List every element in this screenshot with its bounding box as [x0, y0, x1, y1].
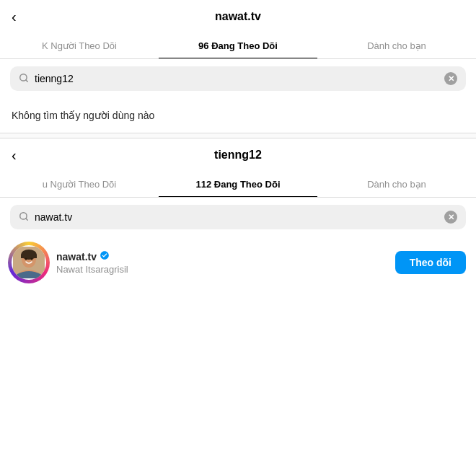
full-name-text: Nawat Itsaragrisil — [56, 264, 387, 275]
tab-following-nawat[interactable]: 96 Đang Theo Dõi — [159, 33, 317, 58]
svg-line-3 — [26, 218, 28, 220]
user-info-nawat: nawat.tv Nawat Itsaragrisil — [56, 250, 387, 275]
avatar-inner — [12, 245, 46, 280]
back-button-tienng12[interactable]: ‹ — [12, 148, 17, 162]
no-result-text: Không tìm thấy người dùng nào — [0, 98, 476, 133]
search-container-tienng12: ✕ — [0, 198, 476, 237]
svg-rect-7 — [21, 255, 37, 258]
search-container-nawat: ✕ — [0, 59, 476, 98]
svg-line-1 — [26, 79, 28, 81]
username-text: nawat.tv — [56, 251, 97, 263]
tab-following-tienng12[interactable]: 112 Đang Theo Dõi — [159, 172, 317, 197]
tab-suggested-nawat[interactable]: Dành cho bạn — [317, 33, 476, 58]
search-input-nawat[interactable] — [35, 73, 438, 84]
search-box-nawat: ✕ — [10, 66, 466, 91]
header-title-tienng12: tienng12 — [214, 149, 262, 162]
avatar-nawat — [10, 244, 48, 281]
tabs-tienng12: u Người Theo Dõi 112 Đang Theo Dõi Dành … — [0, 172, 476, 198]
header-nawat: ‹ nawat.tv — [0, 0, 476, 33]
search-input-tienng12[interactable] — [35, 211, 438, 223]
panel-divider — [0, 133, 476, 138]
user-result-row: nawat.tv Nawat Itsaragrisil Theo dõi — [0, 237, 476, 288]
follow-button[interactable]: Theo dõi — [395, 251, 466, 274]
panel-tienng12: ‹ tienng12 u Người Theo Dõi 112 Đang The… — [0, 138, 476, 288]
svg-point-10 — [31, 258, 33, 260]
header-tienng12: ‹ tienng12 — [0, 138, 476, 172]
tab-suggested-tienng12[interactable]: Dành cho bạn — [317, 172, 476, 197]
search-icon-nawat — [19, 73, 29, 85]
clear-button-nawat[interactable]: ✕ — [444, 72, 457, 85]
tabs-nawat: K Người Theo Dõi 96 Đang Theo Dõi Dành c… — [0, 33, 476, 59]
header-title-nawat: nawat.tv — [215, 10, 261, 23]
username-row: nawat.tv — [56, 250, 387, 263]
tab-followers-nawat[interactable]: K Người Theo Dõi — [0, 33, 159, 58]
tab-followers-tienng12[interactable]: u Người Theo Dõi — [0, 172, 159, 197]
search-box-tienng12: ✕ — [10, 205, 466, 229]
verified-badge — [100, 250, 110, 263]
clear-button-tienng12[interactable]: ✕ — [444, 211, 457, 224]
search-icon-tienng12 — [19, 211, 29, 224]
back-button-nawat[interactable]: ‹ — [12, 9, 17, 24]
svg-point-9 — [25, 258, 27, 260]
panel-nawat: ‹ nawat.tv K Người Theo Dõi 96 Đang Theo… — [0, 0, 476, 133]
avatar-image — [13, 247, 45, 278]
